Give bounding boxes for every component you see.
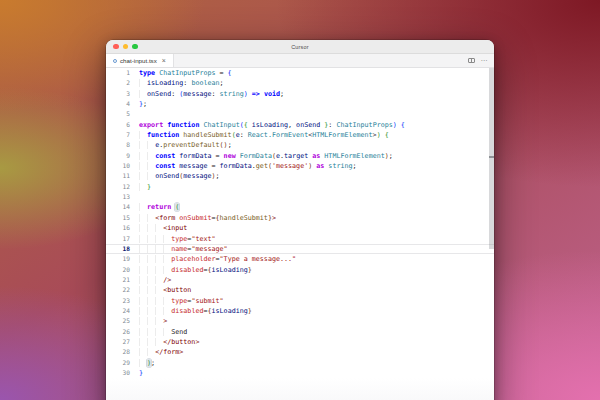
editor-actions: ⋯ (468, 54, 495, 67)
code-token: ( (175, 203, 179, 211)
line-number[interactable]: 3 (106, 89, 130, 99)
code-text: onSend: (message: string) => void; (139, 89, 284, 99)
more-actions-icon[interactable]: ⋯ (481, 57, 488, 64)
line-number[interactable]: 11 (106, 171, 130, 181)
line-number[interactable]: 17 (106, 234, 130, 244)
line-number[interactable]: 2 (106, 78, 130, 88)
line-number[interactable]: 1 (106, 68, 130, 78)
code-editor[interactable]: 1type ChatInputProps = {2 isLoading: boo… (106, 68, 494, 400)
line-number[interactable]: 4 (106, 99, 130, 109)
code-token: const (155, 162, 175, 170)
code-token: message (183, 172, 211, 180)
line-number[interactable]: 19 (106, 254, 130, 264)
code-line[interactable]: 8 e.preventDefault(); (106, 140, 494, 150)
code-line[interactable]: 9 const formData = new FormData(e.target… (106, 151, 494, 161)
code-token: export (139, 121, 163, 129)
code-token: </form> (155, 348, 183, 356)
line-number[interactable]: 16 (106, 223, 130, 233)
code-token: "message" (191, 245, 227, 253)
line-number[interactable]: 25 (106, 316, 130, 326)
code-token: = (207, 162, 219, 170)
code-line[interactable]: 21 /> (106, 275, 494, 285)
code-token: , (288, 121, 296, 129)
indent-guide (139, 286, 147, 294)
code-line[interactable]: 20 disabled={isLoading} (106, 265, 494, 275)
line-number[interactable]: 27 (106, 337, 130, 347)
code-line[interactable]: 5 (106, 109, 494, 119)
tab-chat-input-tsx[interactable]: chat-input.tsx × (106, 54, 174, 67)
line-number[interactable]: 18 (106, 244, 130, 254)
code-token: get (256, 162, 268, 170)
line-number[interactable]: 26 (106, 327, 130, 337)
code-token: string (220, 90, 244, 98)
code-text: } (139, 368, 143, 378)
code-line[interactable]: 25 > (106, 316, 494, 326)
code-token: { (401, 121, 405, 129)
line-number[interactable]: 15 (106, 213, 130, 223)
line-number[interactable]: 24 (106, 306, 130, 316)
line-number[interactable]: 23 (106, 296, 130, 306)
code-token: : (240, 131, 248, 139)
code-token: </button> (163, 338, 199, 346)
code-line[interactable]: 29 ); (106, 358, 494, 368)
code-line[interactable]: 28 </form> (106, 347, 494, 357)
code-line[interactable]: 7 function handleSubmit(e: React.FormEve… (106, 130, 494, 140)
code-token: ChatInputProps (159, 69, 215, 77)
line-number[interactable]: 5 (106, 109, 130, 119)
code-token: } (139, 369, 143, 377)
vertical-scrollbar[interactable] (489, 68, 494, 249)
code-line[interactable]: 12 } (106, 182, 494, 192)
line-number[interactable]: 8 (106, 140, 130, 150)
code-line[interactable]: 11 onSend(message); (106, 171, 494, 181)
code-token: /> (163, 276, 171, 284)
line-number[interactable]: 9 (106, 151, 130, 161)
code-line[interactable]: 6export function ChatInput({ isLoading, … (106, 120, 494, 130)
code-line[interactable]: 2 isLoading: boolean; (106, 78, 494, 88)
code-line[interactable]: 10 const message = formData.get('message… (106, 161, 494, 171)
line-number[interactable]: 22 (106, 285, 130, 295)
tab-close-icon[interactable]: × (162, 57, 166, 64)
code-token: React.FormEvent (248, 131, 308, 139)
code-line[interactable]: 3 onSend: (message: string) => void; (106, 89, 494, 99)
line-number[interactable]: 20 (106, 265, 130, 275)
code-line[interactable]: 27 </button> (106, 337, 494, 347)
code-token: ; (353, 162, 357, 170)
code-line[interactable]: 14 return ( (106, 202, 494, 212)
split-editor-icon[interactable] (468, 58, 475, 64)
indent-guide (155, 307, 163, 315)
line-number[interactable]: 10 (106, 161, 130, 171)
code-line[interactable]: 24 disabled={isLoading} (106, 306, 494, 316)
code-token: ; (389, 152, 393, 160)
editor-tab-bar: chat-input.tsx × ⋯ (106, 54, 494, 68)
indent-guide (147, 235, 155, 243)
code-line[interactable]: 13 (106, 192, 494, 202)
window-title: Cursor (106, 44, 494, 50)
line-number[interactable]: 6 (106, 120, 130, 130)
line-number[interactable]: 13 (106, 192, 130, 202)
code-line[interactable]: 16 <input (106, 223, 494, 233)
code-line[interactable]: 23 type="submit" (106, 296, 494, 306)
line-number[interactable]: 14 (106, 202, 130, 212)
code-token: placeholder (171, 255, 215, 263)
code-token: onSubmit (179, 214, 211, 222)
line-number[interactable]: 29 (106, 358, 130, 368)
code-line[interactable]: 18 name="message" (106, 244, 494, 254)
window-titlebar[interactable]: Cursor (106, 40, 494, 54)
line-number[interactable]: 21 (106, 275, 130, 285)
code-line[interactable]: 15 <form onSubmit={handleSubmit}> (106, 213, 494, 223)
line-number[interactable]: 12 (106, 182, 130, 192)
code-line[interactable]: 1type ChatInputProps = { (106, 68, 494, 78)
code-line[interactable]: 19 placeholder="Type a message..." (106, 254, 494, 264)
line-number[interactable]: 28 (106, 347, 130, 357)
code-line[interactable]: 17 type="text" (106, 234, 494, 244)
code-token: isLoading (147, 79, 183, 87)
line-number[interactable]: 30 (106, 368, 130, 378)
code-line[interactable]: 4}; (106, 99, 494, 109)
indent-guide (147, 328, 155, 336)
code-line[interactable]: 30} (106, 368, 494, 378)
line-number[interactable]: 7 (106, 130, 130, 140)
code-line[interactable]: 26 Send (106, 327, 494, 337)
code-token: isLoading (212, 307, 248, 315)
indent-guide (139, 297, 147, 305)
code-line[interactable]: 22 <button (106, 285, 494, 295)
